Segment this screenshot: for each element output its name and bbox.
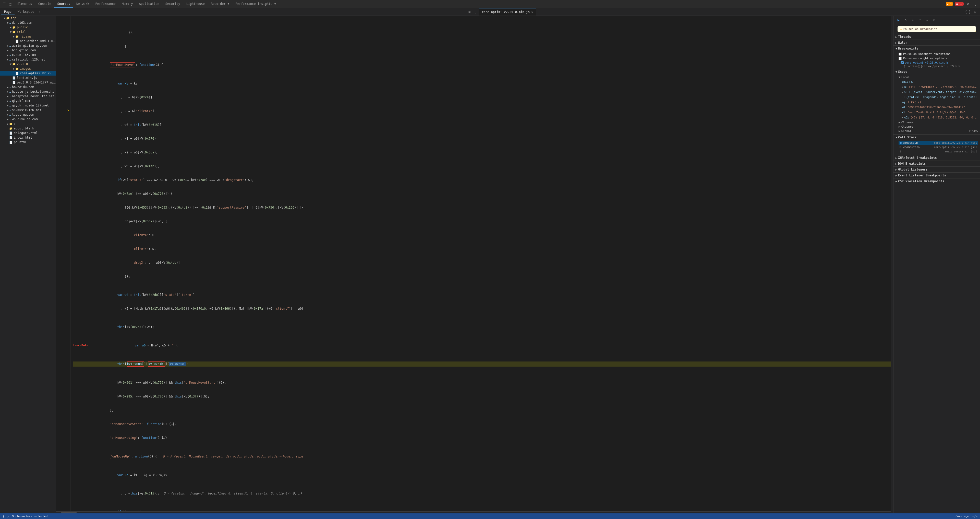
threads-header[interactable]: ▶ Threads [894, 34, 980, 40]
inspect-icon[interactable]: ⬚ [8, 2, 13, 6]
tab-application[interactable]: Application [136, 0, 162, 8]
code-line: kV( 0x7ae ) !== w0[kV( 0x776 )]) { [73, 191, 277, 196]
editor-scroll[interactable]: ➤ }); } [56, 16, 891, 511]
code-line: }); [73, 30, 891, 35]
tree-item-s6music[interactable]: ▶ ☁ s6.music.126.net [0, 108, 56, 112]
breakpoints-header[interactable]: ▼ Breakpoints [894, 46, 980, 51]
more-icon[interactable]: ⋮ [973, 2, 978, 6]
tree-item-delegate[interactable]: ▶ 📄 delegate.html [0, 131, 56, 135]
tree-item-core-optimi[interactable]: ▶ 📄 core-optimi.v2.25.0.min.js [0, 71, 56, 76]
line-numbers [56, 16, 66, 511]
tree-item-wpqiye[interactable]: ▶ ☁ wp.qiye.qq.com [0, 117, 56, 121]
tab-network[interactable]: Network [73, 0, 92, 8]
callstack-item-0[interactable]: onMouseUp core-optimi.v2.25.0.min.js:1 [899, 141, 978, 145]
tree-item-hmbaidu[interactable]: ▶ ☁ hm.baidu.com [0, 85, 56, 89]
tree-item-qiyukfnosdn[interactable]: ▶ ☁ qiyukf.nosdn.127.net [0, 103, 56, 108]
tab-sources[interactable]: Sources [54, 0, 73, 8]
tree-item-trial[interactable]: ▼ 📁 trial [0, 30, 56, 34]
file-tab-core-optimi[interactable]: core-optimi.v2.25.0.min.js × [479, 8, 536, 16]
tree-item-2250[interactable]: ▼ 📁 2.25.0 [0, 62, 56, 66]
tab-console[interactable]: Console [35, 0, 54, 8]
scope-header[interactable]: ▼ Scope [894, 69, 980, 75]
tree-item-loadminjs[interactable]: ▶ 📄 load.min.js [0, 76, 56, 80]
scope-item-G-arrow[interactable]: ▶ [902, 90, 904, 94]
scope-local-header[interactable]: ▼ Local [899, 75, 978, 80]
tab-recorder[interactable]: Recorder ⚗ [208, 0, 232, 8]
sub-tab-page[interactable]: Page [1, 9, 14, 15]
event-listener-bp-header[interactable]: ▶ Event Listener Breakpoints [894, 173, 980, 178]
callstack-item-1[interactable]: D.<computed> core-optimi.v2.25.0.min.js:… [899, 145, 978, 149]
scope-item-w2-arrow[interactable]: ▶ [902, 116, 904, 120]
code-editor[interactable]: }); } 'onMouseMove' : function (G) { [70, 16, 891, 511]
debug-toolbar: ▶ ↷ ↓ ↑ → ⊘ [894, 16, 980, 24]
devtools-menu-icon[interactable]: ☰ [2, 2, 6, 6]
overflow-icon[interactable]: ⋮ [473, 9, 478, 15]
tree-item-colon[interactable]: ▶ 📁 : [0, 121, 56, 126]
code-line-tracedata: traceData var w6 = N(w4, w5 + '' ); [73, 343, 891, 348]
tree-item-neguardian[interactable]: ▶ 📄 neguardian.umd.1.0.0.js [0, 39, 56, 43]
scrollbar-thumb[interactable] [61, 512, 76, 513]
pause-uncaught-checkbox[interactable] [899, 53, 902, 56]
file-tab-close[interactable]: × [531, 10, 533, 14]
tree-item-images[interactable]: ▶ 📁 images [0, 66, 56, 71]
tree-item-bqq[interactable]: ▶ ☁ bqq.gtimg.com [0, 48, 56, 53]
bp-file-checkbox[interactable] [900, 61, 904, 64]
format-icon[interactable]: { } [964, 9, 972, 15]
tree-item-about-blank[interactable]: ▶ 📁 about:blank [0, 126, 56, 131]
tree-item-dun163[interactable]: ▼ ☁ dun.163.com [0, 21, 56, 25]
tree-item-admin-qidian[interactable]: ▶ ☁ admin.qidian.qq.com [0, 43, 56, 48]
tab-elements[interactable]: Elements [14, 0, 35, 8]
editor-divider[interactable] [891, 16, 893, 513]
step-into-btn[interactable]: ↓ [910, 17, 916, 23]
tree-item-top[interactable]: ▼ 📁 top [0, 16, 56, 21]
callstack-item-2[interactable]: t music-corona.min.js:1 [899, 149, 978, 154]
tab-performance-insights[interactable]: Performance insights ⚗ [232, 0, 279, 8]
tree-item-hubble[interactable]: ▶ ☁ hubble-js-bucket.nosdn.127.net [0, 89, 56, 94]
tree-item-cstaticdun[interactable]: ▼ ☁ cstaticdun.126.net [0, 57, 56, 62]
step-btn[interactable]: → [924, 17, 930, 23]
dom-breakpoints-section: ▶ DOM Breakpoints [894, 161, 980, 167]
tree-item-jigsaw[interactable]: ▶ 📁 jigsaw [0, 34, 56, 39]
step-over-btn[interactable]: ↷ [903, 17, 909, 23]
step-out-btn[interactable]: ↑ [917, 17, 923, 23]
sub-nav-more[interactable]: » [37, 9, 42, 14]
code-line: , w1 = w0[kV( 0x776 )] [73, 136, 891, 141]
callstack-header[interactable]: ▼ Call Stack [894, 135, 980, 140]
dom-header[interactable]: ▶ DOM Breakpoints [894, 161, 980, 166]
tree-item-cdun[interactable]: ▶ ☁ c.dun.163.com [0, 53, 56, 57]
horizontal-scrollbar[interactable] [56, 511, 891, 513]
csp-violation-bp-header[interactable]: ▶ CSP Violation Breakpoints [894, 178, 980, 184]
settings-icon[interactable]: ⚙ [966, 2, 971, 6]
scope-closure-1[interactable]: ▶ Closure [899, 120, 978, 124]
tab-lighthouse[interactable]: Lighthouse [183, 0, 208, 8]
scope-label: Scope [898, 70, 907, 73]
tree-item-wm[interactable]: ▶ 📄 wm.3.0.0_33d41777.min.js [0, 80, 56, 85]
scope-global[interactable]: ▶ Global Window [899, 129, 978, 133]
tree-item-qiyukf[interactable]: ▶ ☁ qiyukf.com [0, 99, 56, 103]
tree-item-pchtml[interactable]: ▶ 📄 pc.html [0, 140, 56, 145]
tree-item-necaptcha[interactable]: ▶ ☁ necaptcha.nosdn.127.net [0, 94, 56, 99]
scope-closure-2[interactable]: ▶ Closure [899, 124, 978, 129]
top-nav: ☰ ⬚ Elements Console Sources Network Per… [0, 0, 980, 8]
add-folder-icon[interactable]: ⊞ [468, 9, 472, 15]
tree-item-public[interactable]: ▶ 📁 public [0, 25, 56, 30]
code-line: if (w0[ 'status' ] === w2 && U - w3 > 0x… [73, 178, 277, 182]
sub-tab-workspace[interactable]: Workspace [14, 9, 37, 15]
tab-security[interactable]: Security [162, 0, 183, 8]
tab-performance[interactable]: Performance [92, 0, 119, 8]
editor-container: ➤ }); } [56, 16, 891, 513]
resume-btn[interactable]: ▶ [896, 17, 902, 23]
warning-badge: ▲ 4 [946, 2, 953, 6]
tree-item-indexhtml[interactable]: ▶ 📄 index.html [0, 135, 56, 140]
pretty-print-icon[interactable]: ↔ [973, 9, 977, 15]
xhr-header[interactable]: ▶ XHR/fetch Breakpoints [894, 155, 980, 161]
deactivate-btn[interactable]: ⊘ [931, 17, 937, 23]
watch-header[interactable]: ▶ Watch [894, 40, 980, 45]
scope-item-D-arrow[interactable]: ▶ [902, 85, 904, 89]
tab-memory[interactable]: Memory [119, 0, 136, 8]
global-listeners-header[interactable]: ▶ Global Listeners [894, 167, 980, 172]
pause-caught-checkbox[interactable] [899, 57, 902, 60]
scope-content: ▼ Local this: S ▶ D: (44) ['/wrigppz', '… [894, 75, 980, 134]
bp-filename[interactable]: core-optimi.v2.25.0.min.js [905, 61, 948, 64]
tree-item-tgdt[interactable]: ▶ ☁ t.gdt.qq.com [0, 112, 56, 117]
